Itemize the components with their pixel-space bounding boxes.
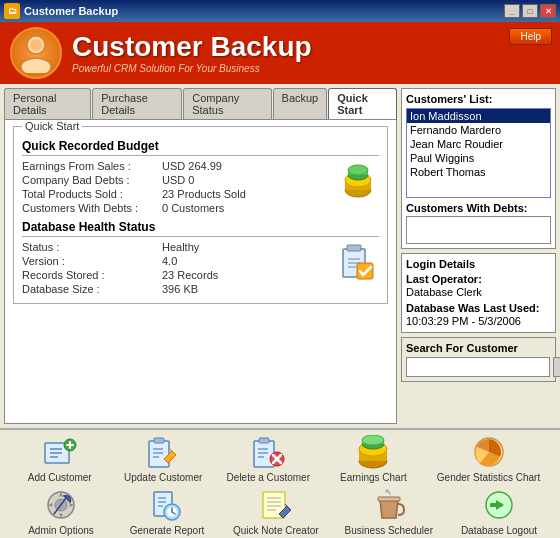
right-panel: Customers' List: Ion Maddisson Fernando … <box>401 88 556 424</box>
budget-label-2: Total Products Sold : <box>22 188 162 200</box>
header-main-title: Customer Backup <box>72 32 312 63</box>
svg-rect-22 <box>149 441 169 467</box>
customer-item-1[interactable]: Fernando Mardero <box>407 123 550 137</box>
earnings-chart-button[interactable]: Earnings Chart <box>333 434 413 483</box>
toolbar-row-2: Admin Options Generate Report <box>8 487 552 536</box>
customer-item-0[interactable]: Ion Maddisson <box>407 109 550 123</box>
health-row-2: Records Stored : 23 Records <box>22 269 379 281</box>
customer-item-2[interactable]: Jean Marc Roudier <box>407 137 550 151</box>
add-customer-label: Add Customer <box>28 472 92 483</box>
budget-row-2: Total Products Sold : 23 Products Sold <box>22 188 379 200</box>
login-details-title: Login Details <box>406 258 551 270</box>
quick-note-icon <box>258 487 294 523</box>
header-text: Customer Backup Powerful CRM Solution Fo… <box>72 32 312 74</box>
customer-item-3[interactable]: Paul Wiggins <box>407 151 550 165</box>
scheduler-icon <box>371 487 407 523</box>
quickstart-label: Quick Start <box>22 120 82 132</box>
customers-listbox[interactable]: Ion Maddisson Fernando Mardero Jean Marc… <box>406 108 551 198</box>
database-icon <box>337 241 379 285</box>
tab-purchase[interactable]: Purchase Details <box>92 88 182 119</box>
app-icon: 🗂 <box>4 3 20 19</box>
logout-button[interactable]: Database Logout <box>459 487 539 536</box>
admin-options-icon <box>43 487 79 523</box>
generate-report-button[interactable]: Generate Report <box>127 487 207 536</box>
titlebar: 🗂 Customer Backup _ □ ✕ <box>0 0 560 22</box>
svg-rect-59 <box>378 497 400 501</box>
budget-label-3: Customers With Debts : <box>22 202 162 214</box>
update-customer-icon <box>145 434 181 470</box>
customers-with-debts-label: Customers With Debts: <box>406 202 551 214</box>
last-operator-value: Database Clerk <box>406 286 551 298</box>
health-row-1: Version : 4.0 <box>22 255 379 267</box>
health-rows-container: Status : Healthy Version : 4.0 Records S… <box>22 241 379 295</box>
health-value-3: 396 KB <box>162 283 198 295</box>
scheduler-label: Business Scheduler <box>345 525 433 536</box>
search-customer-box: Search For Customer Search <box>401 337 556 382</box>
quick-note-label: Quick Note Creator <box>233 525 319 536</box>
budget-value-1: USD 0 <box>162 174 194 186</box>
tabs-container: Personal Details Purchase Details Compan… <box>4 88 397 119</box>
tab-personal[interactable]: Personal Details <box>4 88 91 119</box>
coins-icon <box>337 160 379 204</box>
update-customer-button[interactable]: Update Customer <box>123 434 203 483</box>
svg-point-8 <box>348 165 368 175</box>
gender-chart-label: Gender Statistics Chart <box>437 472 540 483</box>
delete-customer-icon <box>250 434 286 470</box>
generate-report-icon <box>149 487 185 523</box>
budget-label-0: Earnings From Sales : <box>22 160 162 172</box>
health-label-2: Records Stored : <box>22 269 162 281</box>
search-customer-input[interactable] <box>406 357 550 377</box>
last-used-heading: Database Was Last Used: <box>406 302 539 314</box>
login-details-box: Login Details Last Operator: Database Cl… <box>401 253 556 333</box>
update-customer-label: Update Customer <box>124 472 202 483</box>
health-row-0: Status : Healthy <box>22 241 379 253</box>
budget-row-3: Customers With Debts : 0 Customers <box>22 202 379 214</box>
toolbar-row-1: Add Customer Update Customer <box>8 434 552 483</box>
health-label-1: Version : <box>22 255 162 267</box>
svg-rect-29 <box>259 438 269 443</box>
close-button[interactable]: ✕ <box>540 4 556 18</box>
help-button[interactable]: Help <box>509 28 552 45</box>
customers-list-box: Customers' List: Ion Maddisson Fernando … <box>401 88 556 249</box>
main-content: Personal Details Purchase Details Compan… <box>0 84 560 428</box>
health-value-2: 23 Records <box>162 269 218 281</box>
tab-backup[interactable]: Backup <box>273 88 328 119</box>
health-label-3: Database Size : <box>22 283 162 295</box>
quick-note-button[interactable]: Quick Note Creator <box>233 487 319 536</box>
gender-chart-button[interactable]: Gender Statistics Chart <box>437 434 540 483</box>
add-customer-button[interactable]: Add Customer <box>20 434 100 483</box>
last-used-value: 10:03:29 PM - 5/3/2006 <box>406 315 551 327</box>
minimize-button[interactable]: _ <box>504 4 520 18</box>
svg-point-41 <box>362 435 384 445</box>
last-operator-label: Last Operator: <box>406 273 551 285</box>
search-customer-button[interactable]: Search <box>553 357 560 377</box>
svg-point-1 <box>21 58 51 73</box>
left-panel: Personal Details Purchase Details Compan… <box>4 88 397 424</box>
admin-options-button[interactable]: Admin Options <box>21 487 101 536</box>
generate-report-label: Generate Report <box>130 525 205 536</box>
tab-company[interactable]: Company Status <box>183 88 271 119</box>
logout-label: Database Logout <box>461 525 537 536</box>
tab-content-quickstart: Quick Start Quick Recorded Budget Earnin… <box>4 119 397 424</box>
budget-row-1: Company Bad Debts : USD 0 <box>22 174 379 186</box>
health-value-1: 4.0 <box>162 255 177 267</box>
quickstart-section: Quick Start Quick Recorded Budget Earnin… <box>13 126 388 304</box>
svg-rect-23 <box>154 438 164 443</box>
delete-customer-button[interactable]: Delete a Customer <box>227 434 310 483</box>
titlebar-buttons: _ □ ✕ <box>504 4 556 18</box>
add-customer-icon <box>42 434 78 470</box>
health-row-3: Database Size : 396 KB <box>22 283 379 295</box>
debts-listbox[interactable] <box>406 216 551 244</box>
tab-quickstart[interactable]: Quick Start <box>328 88 397 119</box>
customer-item-4[interactable]: Robert Thomas <box>407 165 550 179</box>
svg-rect-10 <box>347 245 361 251</box>
health-value-0: Healthy <box>162 241 199 253</box>
budget-value-3: 0 Customers <box>162 202 224 214</box>
scheduler-button[interactable]: Business Scheduler <box>345 487 433 536</box>
toolbar: Add Customer Update Customer <box>0 428 560 538</box>
search-row: Search <box>406 357 551 377</box>
header-logo <box>10 27 62 79</box>
customers-list-title: Customers' List: <box>406 93 551 105</box>
maximize-button[interactable]: □ <box>522 4 538 18</box>
health-heading: Database Health Status <box>22 220 379 237</box>
